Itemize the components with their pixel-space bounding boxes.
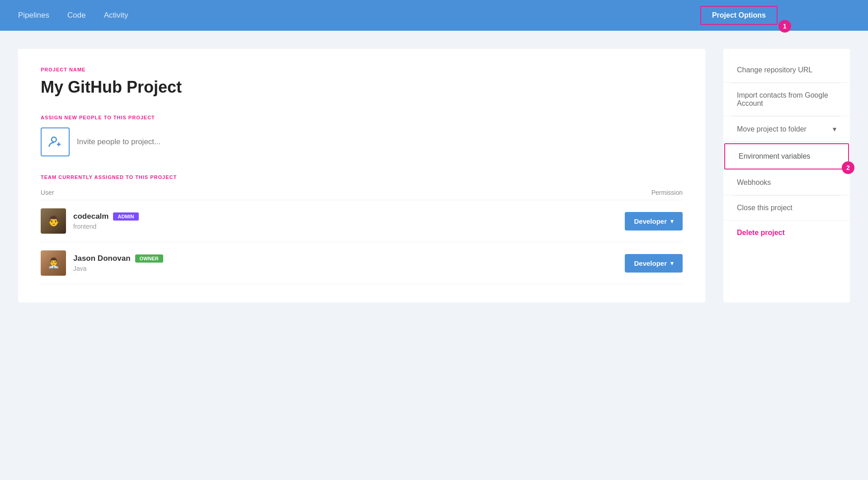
sidebar-item-move-project[interactable]: Move project to folder ▾ bbox=[723, 117, 850, 142]
project-options-button[interactable]: Project Options bbox=[700, 6, 778, 25]
nav-code[interactable]: Code bbox=[67, 11, 86, 20]
member-info: codecalm ADMIN frontend bbox=[73, 212, 625, 230]
chevron-down-icon: ▾ bbox=[833, 125, 836, 133]
sidebar-item-env-vars[interactable]: Environment variables bbox=[724, 143, 849, 169]
sidebar-item-label: Move project to folder bbox=[737, 125, 807, 133]
divider bbox=[732, 142, 841, 142]
page-layout: PROJECT NAME My GitHub Project ASSIGN NE… bbox=[0, 31, 868, 320]
sidebar: Change repository URL Import contacts fr… bbox=[723, 49, 850, 302]
assign-label: ASSIGN NEW PEOPLE TO THIS PROJECT bbox=[41, 115, 683, 120]
col-permission: Permission bbox=[651, 189, 683, 196]
team-table-header: User Permission bbox=[41, 185, 683, 200]
project-name-label: PROJECT NAME bbox=[41, 67, 683, 72]
table-row: 👨 codecalm ADMIN frontend Developer bbox=[41, 200, 683, 242]
nav-activity[interactable]: Activity bbox=[104, 11, 128, 20]
nav-pipelines[interactable]: Pipelines bbox=[18, 11, 49, 20]
table-row: 👨‍💼 Jason Donovan OWNER Java Developer bbox=[41, 242, 683, 284]
team-section-label: TEAM CURRENTLY ASSIGNED TO THIS PROJECT bbox=[41, 174, 683, 180]
member-name-row: codecalm ADMIN bbox=[73, 212, 625, 221]
sidebar-item-import-contacts[interactable]: Import contacts from Google Account bbox=[723, 83, 850, 116]
sidebar-highlighted-wrapper: Environment variables 2 bbox=[723, 143, 850, 169]
project-title: My GitHub Project bbox=[41, 78, 683, 97]
badge-2: 2 bbox=[842, 161, 854, 174]
main-content: PROJECT NAME My GitHub Project ASSIGN NE… bbox=[18, 49, 705, 302]
sidebar-item-close-project[interactable]: Close this project bbox=[723, 196, 850, 221]
top-nav: Pipelines Code Activity Project Options … bbox=[0, 0, 868, 31]
nav-items: Pipelines Code Activity bbox=[18, 11, 128, 20]
invite-row bbox=[41, 127, 683, 156]
invite-icon-box[interactable] bbox=[41, 127, 70, 156]
member-name: Jason Donovan bbox=[73, 254, 131, 263]
owner-badge: OWNER bbox=[135, 254, 163, 263]
col-user: User bbox=[41, 189, 54, 196]
avatar: 👨 bbox=[41, 208, 66, 234]
sidebar-item-delete-project[interactable]: Delete project bbox=[723, 221, 850, 245]
permission-dropdown-1[interactable]: Developer bbox=[625, 254, 683, 273]
member-role: frontend bbox=[73, 223, 625, 230]
sidebar-item-webhooks[interactable]: Webhooks bbox=[723, 170, 850, 195]
invite-input[interactable] bbox=[77, 137, 683, 146]
member-name: codecalm bbox=[73, 212, 108, 221]
member-role: Java bbox=[73, 265, 625, 272]
team-section: TEAM CURRENTLY ASSIGNED TO THIS PROJECT … bbox=[41, 174, 683, 284]
member-info: Jason Donovan OWNER Java bbox=[73, 254, 625, 272]
permission-dropdown-0[interactable]: Developer bbox=[625, 212, 683, 231]
avatar: 👨‍💼 bbox=[41, 250, 66, 276]
add-person-icon bbox=[48, 135, 62, 149]
member-name-row: Jason Donovan OWNER bbox=[73, 254, 625, 263]
svg-point-0 bbox=[52, 137, 57, 142]
badge-1: 1 bbox=[778, 20, 791, 33]
admin-badge: ADMIN bbox=[113, 212, 138, 221]
sidebar-item-change-repo[interactable]: Change repository URL bbox=[723, 58, 850, 83]
